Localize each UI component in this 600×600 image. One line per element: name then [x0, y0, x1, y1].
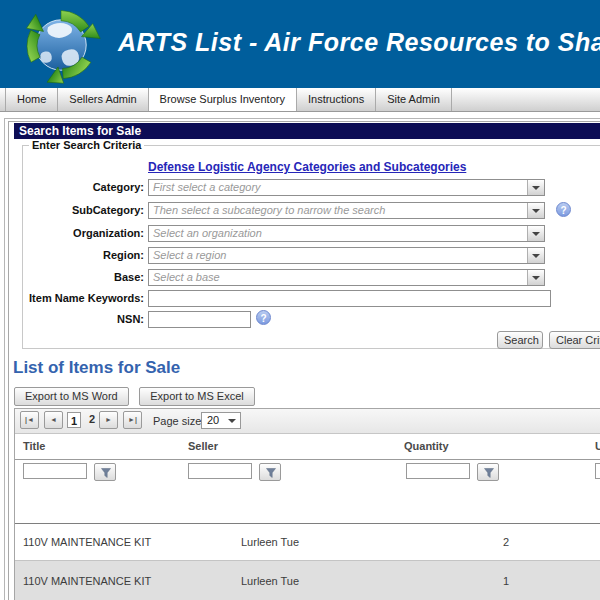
column-header-title[interactable]: Title [23, 440, 45, 452]
export-ms-excel-button[interactable]: Export to MS Excel [139, 387, 255, 406]
base-dropdown[interactable]: Select a base [148, 269, 545, 286]
quantity-filter-input[interactable] [406, 463, 470, 479]
recycle-globe-icon [14, 3, 108, 87]
item-name-keywords-input[interactable] [148, 290, 551, 307]
subcategory-dropdown[interactable]: Then select a subcategory to narrow the … [148, 202, 545, 219]
search-section-title: Search Items for Sale [14, 123, 600, 139]
pager-next-icon[interactable]: ► [99, 411, 118, 429]
title-filter-input[interactable] [23, 463, 87, 479]
app-title: ARTS List - Air Force Resources to Share [118, 28, 600, 57]
region-placeholder: Select a region [149, 248, 544, 263]
organization-placeholder: Select an organization [149, 226, 544, 241]
subcategory-help-icon[interactable]: ? [556, 202, 571, 217]
dropdown-arrow-icon[interactable] [527, 270, 544, 285]
subcategory-placeholder: Then select a subcategory to narrow the … [149, 203, 544, 218]
export-ms-word-button[interactable]: Export to MS Word [14, 387, 129, 406]
row-quantity: 1 [461, 561, 551, 600]
nsn-label: NSN: [0, 313, 144, 325]
app-header: ARTS List - Air Force Resources to Share [0, 0, 600, 88]
table-row: 110V MAINTENANCE KIT Lurleen Tue 2 [15, 524, 600, 561]
nav-tab-site-admin[interactable]: Site Admin [376, 88, 452, 111]
dropdown-arrow-icon[interactable] [527, 248, 544, 263]
items-grid: |◄ ◄ 1 2 ► ►| Page size: 20 Title Seller… [14, 408, 600, 600]
seller-filter-input[interactable] [188, 463, 252, 479]
base-placeholder: Select a base [149, 270, 544, 285]
dropdown-arrow-icon[interactable] [527, 180, 544, 195]
organization-label: Organization: [0, 227, 144, 239]
dropdown-arrow-icon[interactable] [527, 226, 544, 241]
category-label: Category: [0, 181, 144, 193]
column-header-quantity[interactable]: Quantity [404, 440, 449, 452]
header-divider [15, 459, 600, 460]
organization-dropdown[interactable]: Select an organization [148, 225, 545, 242]
title-filter-funnel-icon[interactable] [94, 463, 116, 481]
search-button[interactable]: Search [497, 331, 543, 349]
row-seller: Lurleen Tue [241, 561, 299, 600]
page-size-label: Page size: [153, 415, 204, 427]
column-header-unit[interactable]: U [595, 440, 600, 452]
row-title: 110V MAINTENANCE KIT [23, 524, 151, 560]
pager-last-icon[interactable]: ►| [123, 411, 142, 429]
nav-tab-sellers-admin[interactable]: Sellers Admin [58, 88, 148, 111]
quantity-filter-funnel-icon[interactable] [477, 463, 499, 481]
region-label: Region: [0, 249, 144, 261]
nav-tab-instructions[interactable]: Instructions [297, 88, 376, 111]
category-dropdown[interactable]: First select a category [148, 179, 545, 196]
subcategory-label: SubCategory: [0, 204, 144, 216]
pager-first-icon[interactable]: |◄ [20, 411, 39, 429]
dropdown-arrow-icon [228, 419, 236, 423]
item-name-keywords-label: Item Name Keywords: [0, 292, 144, 304]
column-header-seller[interactable]: Seller [188, 440, 218, 452]
dla-categories-link[interactable]: Defense Logistic Agency Categories and S… [148, 160, 466, 174]
row-quantity: 2 [461, 524, 551, 560]
search-criteria-legend: Enter Search Criteria [29, 139, 144, 151]
unit-filter-input[interactable] [595, 463, 600, 479]
table-row: 110V MAINTENANCE KIT Lurleen Tue 1 [15, 561, 600, 600]
list-section-heading: List of Items for Sale [13, 358, 180, 378]
row-seller: Lurleen Tue [241, 524, 299, 560]
page-size-dropdown[interactable]: 20 [201, 412, 241, 429]
page: ARTS List - Air Force Resources to Share… [0, 0, 600, 600]
grid-pager: |◄ ◄ 1 2 ► ►| Page size: 20 [15, 409, 600, 434]
row-title: 110V MAINTENANCE KIT [23, 561, 151, 600]
pager-page-1[interactable]: 1 [67, 412, 81, 428]
base-label: Base: [0, 271, 144, 283]
nav-tab-browse-surplus-inventory[interactable]: Browse Surplus Inventory [149, 88, 297, 111]
dropdown-arrow-icon[interactable] [527, 203, 544, 218]
seller-filter-funnel-icon[interactable] [259, 463, 281, 481]
pager-page-2[interactable]: 2 [86, 413, 98, 425]
nsn-help-icon[interactable]: ? [256, 310, 271, 325]
nsn-input[interactable] [148, 311, 251, 328]
main-nav: Home Sellers Admin Browse Surplus Invent… [0, 88, 600, 112]
clear-criteria-button[interactable]: Clear Criteria [549, 331, 600, 349]
region-dropdown[interactable]: Select a region [148, 247, 545, 264]
category-placeholder: First select a category [149, 180, 544, 195]
nav-tab-home[interactable]: Home [5, 88, 58, 111]
pager-prev-icon[interactable]: ◄ [44, 411, 63, 429]
export-buttons: Export to MS Word Export to MS Excel [14, 386, 261, 406]
